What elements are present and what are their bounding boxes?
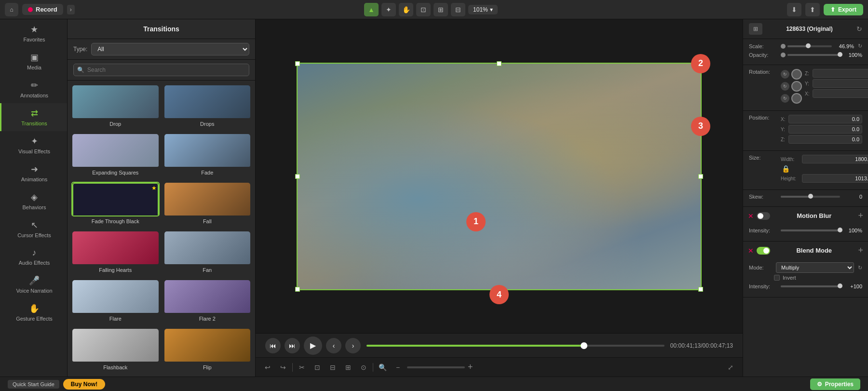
- transition-drop[interactable]: Drop: [71, 84, 160, 129]
- zoom-plus-button[interactable]: +: [468, 362, 473, 372]
- opacity-slider[interactable]: [787, 54, 840, 56]
- mode-select[interactable]: Multiply: [776, 262, 854, 273]
- pos-x-input[interactable]: [788, 115, 862, 123]
- progress-bar[interactable]: [366, 345, 665, 347]
- blend-mode-toggle[interactable]: [757, 247, 770, 255]
- search-input[interactable]: [73, 64, 249, 76]
- transition-falling-hearts[interactable]: Falling Hearts: [71, 230, 160, 275]
- badge-4[interactable]: 4: [489, 285, 509, 304]
- width-input[interactable]: [802, 155, 868, 163]
- rot-x-btn[interactable]: ↻: [781, 94, 789, 103]
- progress-thumb[interactable]: [581, 342, 587, 349]
- transition-expanding-squares[interactable]: Expanding Squares: [71, 133, 160, 178]
- zoom-control[interactable]: 101% ▾: [468, 5, 498, 14]
- rewind-button[interactable]: ⏮: [265, 338, 281, 353]
- zoom-slider[interactable]: [407, 366, 465, 368]
- layout-icon-btn[interactable]: ⊞: [749, 23, 762, 35]
- scale-slider[interactable]: [787, 45, 832, 47]
- invert-checkbox[interactable]: [774, 275, 780, 281]
- motion-blur-remove[interactable]: ✕: [748, 212, 754, 220]
- mb-intensity-slider[interactable]: [781, 229, 840, 231]
- sidebar-item-media[interactable]: ▣ Media: [0, 47, 67, 75]
- rot-z-dial[interactable]: [791, 69, 802, 80]
- sidebar-item-transitions[interactable]: ⇄ Transitions: [0, 103, 67, 131]
- quick-start-button[interactable]: Quick Start Guide: [8, 380, 59, 389]
- tool-select[interactable]: ▲: [364, 3, 379, 16]
- motion-blur-add[interactable]: +: [858, 211, 863, 221]
- tool-crop[interactable]: ⊡: [416, 3, 431, 16]
- snapshot-button[interactable]: ⊙: [357, 361, 370, 374]
- blend-mode-remove[interactable]: ✕: [748, 247, 754, 255]
- undo-button[interactable]: ↩: [261, 361, 274, 374]
- group-button[interactable]: ⊞: [342, 361, 354, 374]
- transition-fade[interactable]: Fade: [163, 133, 252, 178]
- sidebar-item-animations[interactable]: ➜ Animations: [0, 159, 67, 187]
- transition-flare2[interactable]: Flare 2: [163, 279, 252, 324]
- tool-frame[interactable]: ⊞: [434, 3, 448, 16]
- transition-fan[interactable]: Fan: [163, 230, 252, 275]
- handle-mid-right[interactable]: [698, 174, 703, 179]
- sidebar-item-annotations[interactable]: ✏ Annotations: [0, 75, 67, 103]
- handle-top-left[interactable]: [295, 61, 300, 66]
- skew-slider[interactable]: [781, 196, 840, 198]
- tool-hand[interactable]: ✋: [399, 3, 413, 16]
- transition-flare[interactable]: Flare: [71, 279, 160, 324]
- download-button[interactable]: ⬇: [787, 3, 801, 16]
- rot-x-input[interactable]: [813, 89, 868, 98]
- home-button[interactable]: ⌂: [5, 3, 18, 16]
- paste-button[interactable]: ⊟: [326, 361, 339, 374]
- transition-drops[interactable]: Drops: [163, 84, 252, 129]
- blend-mode-add[interactable]: +: [858, 245, 863, 256]
- sidebar-item-favorites[interactable]: ★ Favorites: [0, 19, 67, 47]
- redo-button[interactable]: ↪: [277, 361, 289, 374]
- zoom-minus-button[interactable]: −: [392, 361, 404, 374]
- badge-2[interactable]: 2: [691, 54, 710, 73]
- record-button[interactable]: Record: [22, 4, 63, 15]
- breadcrumb-chevron[interactable]: ›: [67, 5, 75, 14]
- share-button[interactable]: ⬆: [805, 3, 820, 16]
- pos-z-input[interactable]: [788, 135, 862, 144]
- tool-multi[interactable]: ✦: [381, 3, 396, 16]
- play-button[interactable]: ▶: [304, 337, 322, 355]
- sidebar-item-behaviors[interactable]: ◈ Behaviors: [0, 187, 67, 215]
- sidebar-item-audio-effects[interactable]: ♪ Audio Effects: [0, 243, 67, 270]
- handle-mid-left[interactable]: [295, 174, 300, 179]
- transition-fall[interactable]: Fall: [163, 182, 252, 227]
- properties-button[interactable]: ⚙ Properties: [810, 378, 860, 390]
- height-input[interactable]: [802, 174, 868, 183]
- rot-x-dial[interactable]: [791, 93, 802, 104]
- sidebar-item-visual-effects[interactable]: ✦ Visual Effects: [0, 131, 67, 159]
- step-back-button[interactable]: ⏭: [285, 338, 300, 353]
- blend-refresh[interactable]: ↻: [858, 265, 862, 271]
- handle-top-mid[interactable]: [497, 61, 502, 66]
- pos-y-input[interactable]: [788, 125, 862, 134]
- badge-1[interactable]: 1: [466, 212, 486, 231]
- rot-y-input[interactable]: [813, 79, 868, 88]
- transition-flashback[interactable]: Flashback: [71, 328, 160, 373]
- copy-button[interactable]: ⊡: [311, 361, 324, 374]
- motion-blur-toggle[interactable]: [757, 212, 770, 220]
- badge-3[interactable]: 3: [691, 117, 710, 136]
- tool-layout[interactable]: ⊟: [451, 3, 465, 16]
- rot-y-btn[interactable]: ↻: [781, 82, 789, 91]
- export-button[interactable]: ⬆ Export: [824, 4, 863, 15]
- buy-now-button[interactable]: Buy Now!: [63, 379, 105, 390]
- next-clip-button[interactable]: ›: [345, 338, 361, 353]
- type-select[interactable]: All: [91, 43, 249, 55]
- handle-bottom-right[interactable]: [698, 287, 703, 292]
- handle-bottom-left[interactable]: [295, 287, 300, 292]
- sidebar-item-cursor-effects[interactable]: ↖ Cursor Effects: [0, 215, 67, 243]
- rp-refresh-button[interactable]: ↻: [856, 25, 862, 33]
- scale-refresh[interactable]: ↻: [858, 43, 862, 49]
- transition-flip[interactable]: Flip: [163, 328, 252, 373]
- blend-intensity-slider[interactable]: [781, 285, 840, 287]
- sidebar-item-voice-narration[interactable]: 🎤 Voice Narration: [0, 270, 67, 298]
- expand-button[interactable]: ⤢: [724, 361, 737, 374]
- sidebar-item-gesture-effects[interactable]: ✋ Gesture Effects: [0, 298, 67, 326]
- rot-z-btn[interactable]: ↻: [781, 70, 789, 79]
- prev-clip-button[interactable]: ‹: [326, 338, 341, 353]
- zoom-out-button[interactable]: 🔍: [376, 361, 389, 374]
- rot-z-input[interactable]: [813, 69, 868, 78]
- rot-y-dial[interactable]: [791, 81, 802, 92]
- cut-button[interactable]: ✂: [296, 361, 308, 374]
